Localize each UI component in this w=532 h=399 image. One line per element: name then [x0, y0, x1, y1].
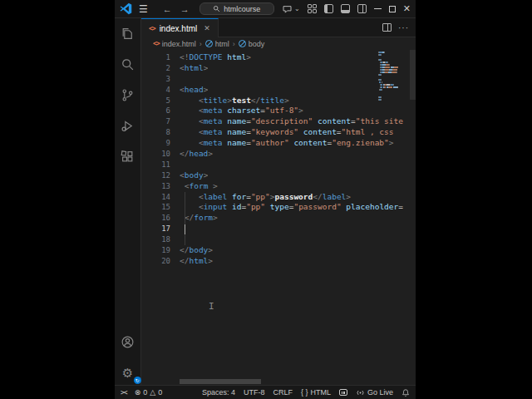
code-line[interactable]: 9 <meta name="author" content="eng.ziena…: [141, 138, 416, 149]
line-number: 4: [141, 85, 170, 96]
code-line[interactable]: 1<!DOCTYPE html>: [141, 52, 416, 63]
breadcrumb-item-file[interactable]: <> index.html: [153, 40, 196, 48]
more-actions-icon[interactable]: ···: [398, 23, 409, 32]
code-line[interactable]: 19</body>: [141, 245, 416, 256]
notifications-bell-icon[interactable]: [401, 388, 410, 397]
language-label: HTML: [310, 388, 331, 397]
code-line[interactable]: 12<body>: [141, 170, 416, 181]
go-live-button[interactable]: Go Live: [356, 388, 393, 397]
line-text: <head>: [170, 85, 208, 96]
problems-indicator[interactable]: ⊗ 0 △ 0: [135, 388, 163, 397]
vscode-window: ☰ ← → htmlcourse ⌄: [115, 0, 416, 399]
maximize-button[interactable]: [389, 6, 396, 12]
code-line[interactable]: 18: [141, 234, 416, 245]
code-line[interactable]: 2<html>: [141, 63, 416, 74]
forward-icon[interactable]: →: [180, 4, 190, 14]
tab-close-icon[interactable]: ✕: [204, 24, 210, 32]
code-editor[interactable]: 1<!DOCTYPE html>2<html>34<head>5 <title>…: [141, 50, 416, 385]
back-icon[interactable]: ←: [163, 4, 172, 14]
settings-gear-icon[interactable]: ⚙↻: [119, 363, 137, 382]
customize-layout-button[interactable]: [308, 4, 317, 13]
symbol-tag-icon: [239, 40, 246, 47]
line-text: <meta name="keywords" content="html , cs…: [170, 127, 398, 138]
chat-button[interactable]: ⌄: [282, 4, 300, 14]
accounts-icon[interactable]: [119, 332, 137, 351]
line-text: <html>: [170, 63, 208, 74]
horizontal-scrollbar[interactable]: [180, 379, 261, 384]
errors-icon: ⊗: [135, 388, 141, 397]
tab-index-html[interactable]: <> index.html ✕: [141, 18, 219, 37]
line-text: <form >: [170, 181, 218, 192]
eol-indicator[interactable]: CRLF: [273, 388, 293, 397]
source-control-icon[interactable]: [119, 86, 137, 104]
code-line[interactable]: 7 <meta name="description" content="this…: [141, 116, 416, 127]
line-text: <input id="pp" type="password" placehold…: [170, 202, 403, 213]
code-line[interactable]: 3: [141, 74, 416, 85]
robot-extension-icon[interactable]: [339, 389, 347, 396]
extensions-icon[interactable]: [119, 147, 137, 165]
code-line[interactable]: 13 <form >: [141, 181, 416, 192]
code-line[interactable]: 8 <meta name="keywords" content="html , …: [141, 127, 416, 138]
code-line[interactable]: 11: [141, 160, 416, 170]
braces-icon: { }: [301, 388, 308, 397]
html-file-icon: <>: [149, 25, 155, 32]
settings-badge: ↻: [134, 377, 141, 384]
line-number: 19: [141, 245, 170, 256]
line-number: 12: [141, 170, 170, 181]
toggle-secondary-sidebar-button[interactable]: [357, 4, 367, 13]
line-number: 15: [141, 202, 170, 213]
code-line[interactable]: 10</head>: [141, 149, 416, 160]
warnings-icon: △: [150, 388, 155, 397]
toggle-primary-sidebar-button[interactable]: [324, 4, 333, 13]
line-text: <title>test</title>: [170, 96, 289, 106]
search-value: htmlcourse: [224, 5, 260, 13]
chevron-right-icon: ›: [200, 40, 202, 48]
code-line[interactable]: 20</html>: [141, 256, 416, 267]
vertical-scrollbar[interactable]: [410, 50, 416, 100]
warning-count: 0: [158, 388, 162, 397]
code-line[interactable]: 14 <label for="pp">password</label>: [141, 192, 416, 203]
toggle-panel-button[interactable]: [341, 4, 350, 13]
code-line[interactable]: 15 <input id="pp" type="password" placeh…: [141, 202, 416, 213]
line-text: <meta name="description" content="this s…: [170, 116, 403, 127]
breadcrumb-item-body[interactable]: body: [239, 40, 265, 48]
indentation-indicator[interactable]: Spaces: 4: [202, 388, 235, 397]
html-file-icon: <>: [153, 40, 160, 47]
code-line[interactable]: 4<head>: [141, 85, 416, 96]
line-text: [170, 74, 180, 85]
split-editor-icon[interactable]: [382, 23, 392, 32]
line-number: 7: [141, 116, 170, 127]
code-lines: 1<!DOCTYPE html>2<html>34<head>5 <title>…: [141, 52, 416, 267]
line-text: [170, 160, 180, 170]
error-count: 0: [143, 388, 147, 397]
language-indicator[interactable]: { } HTML: [301, 388, 331, 397]
chevron-right-icon: ›: [233, 40, 235, 48]
minimize-button[interactable]: [374, 8, 382, 9]
code-line[interactable]: 17: [141, 224, 416, 234]
go-live-label: Go Live: [367, 388, 393, 397]
activity-bar: ⚙↻: [115, 18, 141, 385]
minimap[interactable]: [378, 52, 408, 101]
explorer-icon[interactable]: [119, 24, 137, 42]
line-text: <label for="pp">password</label>: [170, 192, 351, 203]
code-line[interactable]: 16 </form>: [141, 213, 416, 224]
run-and-debug-icon[interactable]: [119, 116, 137, 135]
line-number: 6: [141, 106, 170, 116]
line-number: 1: [141, 52, 170, 63]
breadcrumb-label: index.html: [162, 40, 196, 48]
code-line[interactable]: 6 <meta charset="utf-8">: [141, 106, 416, 116]
code-line[interactable]: 5 <title>test</title>: [141, 96, 416, 106]
status-bar: >< ⊗ 0 △ 0 Spaces: 4 UTF-8 CRLF { } HTML…: [115, 385, 416, 399]
chevron-down-icon: ⌄: [294, 5, 300, 12]
command-center-search[interactable]: htmlcourse: [200, 2, 274, 15]
encoding-indicator[interactable]: UTF-8: [244, 388, 265, 397]
line-number: 10: [141, 149, 170, 160]
close-window-button[interactable]: ✕: [403, 4, 411, 13]
mouse-ibeam-cursor: I: [209, 301, 214, 312]
open-remote-icon[interactable]: ><: [121, 389, 127, 397]
tab-bar: <> index.html ✕ ···: [141, 18, 416, 37]
menu-icon[interactable]: ☰: [139, 4, 148, 14]
breadcrumb-item-html[interactable]: html: [205, 40, 229, 48]
line-number: 14: [141, 192, 170, 203]
search-sidebar-icon[interactable]: [119, 55, 137, 73]
